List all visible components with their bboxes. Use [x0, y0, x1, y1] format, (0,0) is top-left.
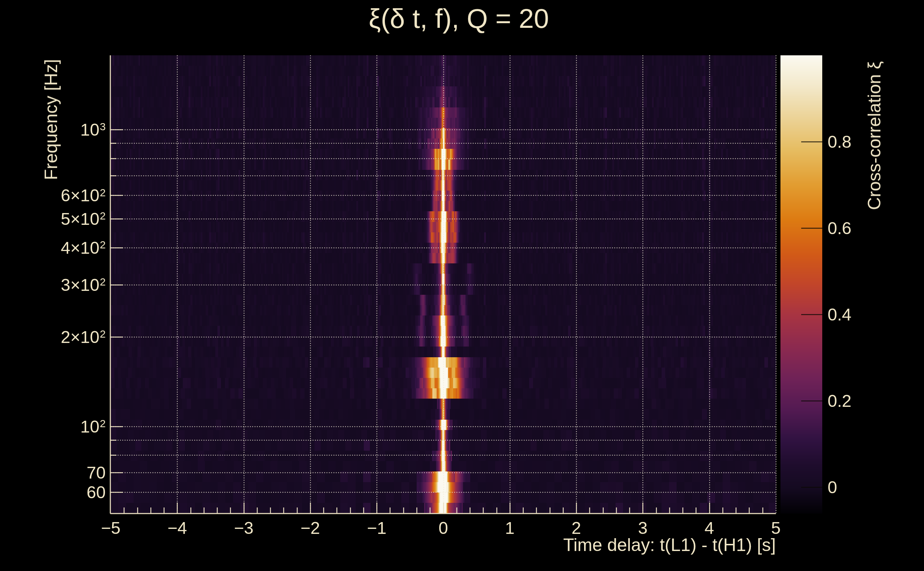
- y-tick-label: 6×102: [61, 185, 106, 205]
- x-tick-label: 0: [439, 518, 448, 538]
- colorbar-tick-label: 0: [828, 477, 837, 497]
- colorbar-tick-label: 0.8: [828, 132, 851, 152]
- x-tick-label: −2: [301, 518, 320, 538]
- x-tick-label: 1: [505, 518, 515, 538]
- y-tick-label: 3×102: [61, 275, 106, 295]
- y-tick-label: 103: [80, 120, 106, 139]
- y-tick-label: 70: [87, 463, 106, 482]
- colorbar-tick-label: 0.4: [828, 305, 851, 324]
- y-tick-label: 5×102: [61, 209, 106, 229]
- x-tick-label: 3: [638, 518, 647, 538]
- x-tick-label: −4: [167, 518, 187, 538]
- x-tick-label: −1: [367, 518, 387, 538]
- x-tick-label: 5: [771, 518, 781, 538]
- y-tick-label: 102: [80, 417, 106, 436]
- x-tick-label: 2: [572, 518, 581, 538]
- y-tick-label: 4×102: [61, 238, 106, 257]
- plot-title: ξ(δ t, f), Q = 20: [368, 3, 549, 34]
- x-tick-label: −3: [234, 518, 253, 538]
- colorbar-tick-label: 0.6: [828, 218, 851, 238]
- x-tick-label: −5: [101, 518, 121, 538]
- x-axis-title: Time delay: t(L1) - t(H1) [s]: [563, 535, 776, 555]
- x-tick-label: 4: [705, 518, 714, 538]
- y-axis-title: Frequency [Hz]: [41, 59, 62, 180]
- heatmap-canvas: [0, 0, 924, 571]
- colorbar-tick-label: 0.2: [828, 391, 851, 411]
- y-tick-label: 60: [87, 483, 106, 502]
- qscan-figure: ξ(δ t, f), Q = 20 Frequency [Hz] Time de…: [0, 0, 924, 571]
- y-tick-label: 2×102: [61, 327, 106, 347]
- colorbar-title: Cross-correlation ξ: [864, 62, 885, 210]
